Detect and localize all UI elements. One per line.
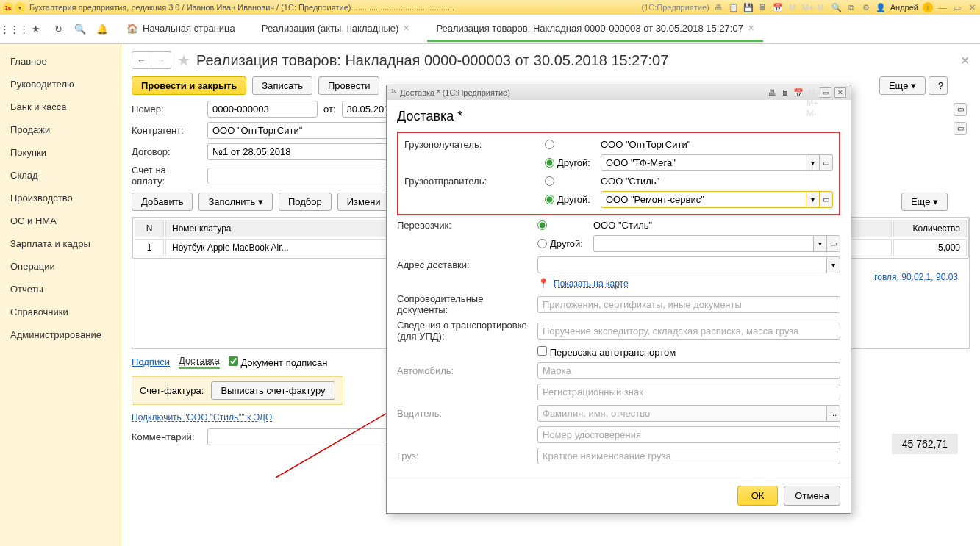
signed-checkbox[interactable] bbox=[229, 356, 238, 366]
m-icon[interactable]: M bbox=[787, 2, 798, 12]
signatures-link[interactable]: Подписи bbox=[132, 356, 170, 367]
pick-button[interactable]: Подбор bbox=[279, 193, 332, 211]
dialog-print-icon[interactable]: 🖶 bbox=[767, 87, 777, 98]
nav-admin[interactable]: Администрирование bbox=[0, 323, 121, 346]
address-input[interactable] bbox=[537, 256, 827, 273]
dialog-titlebar[interactable]: 1c Доставка * (1С:Предприятие) 🖶 🖩 📅 M M… bbox=[387, 85, 851, 100]
nav-assets[interactable]: ОС и НМА bbox=[0, 209, 121, 232]
consignor-default-radio[interactable] bbox=[545, 176, 554, 186]
ok-button[interactable]: ОК bbox=[737, 486, 779, 506]
dialog-calendar-icon[interactable]: 📅 bbox=[793, 87, 804, 98]
transport-info-input[interactable] bbox=[537, 323, 840, 340]
open-ref-icon[interactable]: ▭ bbox=[827, 235, 840, 252]
write-button[interactable]: Записать bbox=[252, 76, 312, 95]
docs-input[interactable] bbox=[537, 296, 840, 313]
dialog-calc-icon[interactable]: 🖩 bbox=[780, 87, 790, 98]
auto-transport-checkbox[interactable] bbox=[537, 346, 547, 356]
document-close-icon[interactable]: ✕ bbox=[960, 54, 970, 68]
calc-icon[interactable]: 🖩 bbox=[758, 2, 768, 12]
show-on-map-link[interactable]: Показать на карте bbox=[554, 279, 629, 289]
nav-sales[interactable]: Продажи bbox=[0, 118, 121, 141]
nav-warehouse[interactable]: Склад bbox=[0, 164, 121, 187]
contragent-input[interactable] bbox=[207, 122, 391, 139]
consignee-default-radio[interactable] bbox=[545, 140, 554, 149]
nav-bank[interactable]: Банк и касса bbox=[0, 96, 121, 118]
dropdown-icon[interactable]: ▾ bbox=[827, 256, 840, 273]
favorite-star-icon[interactable]: ★ bbox=[177, 51, 190, 69]
delivery-link[interactable]: Доставка bbox=[179, 355, 220, 369]
user-name[interactable]: Андрей bbox=[890, 3, 918, 12]
dropdown-icon[interactable]: ▾ bbox=[814, 235, 827, 252]
consignor-other-input[interactable] bbox=[601, 191, 806, 208]
history-icon[interactable]: ↻ bbox=[51, 23, 65, 36]
nav-purchases[interactable]: Покупки bbox=[0, 141, 121, 164]
nav-operations[interactable]: Операции bbox=[0, 255, 121, 278]
dropdown-icon[interactable]: ▾ bbox=[806, 154, 820, 171]
edo-link[interactable]: Подключить "ООО "Стиль"" к ЭДО bbox=[132, 412, 272, 423]
m-minus-icon[interactable]: M- bbox=[817, 2, 827, 12]
accounts-link[interactable]: говля, 90.02.1, 90.03 bbox=[874, 272, 958, 282]
search-icon[interactable]: 🔍 bbox=[74, 23, 87, 36]
issue-invoice-button[interactable]: Выписать счет-фактуру bbox=[211, 381, 335, 400]
tab-close-icon[interactable]: ✕ bbox=[403, 24, 409, 33]
invoice-input[interactable] bbox=[207, 168, 391, 184]
conduct-close-button[interactable]: Провести и закрыть bbox=[132, 76, 246, 95]
window-icon[interactable]: ⧉ bbox=[846, 2, 856, 12]
consignee-other-radio[interactable] bbox=[545, 158, 554, 168]
conduct-button[interactable]: Провести bbox=[318, 76, 380, 95]
auto-transport-checkbox-wrap[interactable]: Перевозка автотранспортом bbox=[537, 346, 676, 358]
nav-manager[interactable]: Руководителю bbox=[0, 73, 121, 96]
open-ref-icon[interactable]: ▭ bbox=[820, 191, 833, 208]
close-app-icon[interactable]: ✕ bbox=[967, 2, 977, 12]
tab-home[interactable]: 🏠 Начальная страница bbox=[118, 17, 244, 42]
tools-icon[interactable]: ⚙ bbox=[861, 2, 871, 12]
tab-close-icon[interactable]: ✕ bbox=[748, 24, 754, 33]
m-plus-icon[interactable]: M+ bbox=[802, 2, 812, 12]
carrier-other-input[interactable] bbox=[593, 235, 814, 252]
consignee-other-input[interactable] bbox=[601, 154, 806, 171]
nav-salary[interactable]: Зарплата и кадры bbox=[0, 232, 121, 255]
open-ref-button-1[interactable]: ▭ bbox=[954, 103, 967, 116]
carrier-other-radio[interactable] bbox=[537, 239, 547, 248]
apps-icon[interactable]: ⋮⋮⋮ bbox=[7, 23, 21, 36]
number-input[interactable] bbox=[207, 101, 318, 118]
tab-realization-list[interactable]: Реализация (акты, накладные) ✕ bbox=[253, 17, 419, 42]
add-row-button[interactable]: Добавить bbox=[132, 193, 193, 211]
search-global-icon[interactable]: 🔍 bbox=[831, 2, 842, 12]
maximize-icon[interactable]: ▭ bbox=[952, 2, 962, 12]
star-icon[interactable]: ★ bbox=[29, 23, 43, 36]
forward-button[interactable]: → bbox=[151, 52, 171, 68]
cancel-button[interactable]: Отмена bbox=[784, 486, 840, 506]
nav-main[interactable]: Главное bbox=[0, 50, 121, 73]
col-qty[interactable]: Количество bbox=[893, 220, 967, 237]
signed-checkbox-wrap[interactable]: Документ подписан bbox=[229, 356, 328, 368]
carrier-default-radio[interactable] bbox=[537, 220, 547, 230]
user-icon[interactable]: 👤 bbox=[876, 2, 886, 12]
save-icon[interactable]: 💾 bbox=[743, 2, 754, 12]
info-icon[interactable]: i bbox=[923, 2, 933, 12]
consignor-other-radio[interactable] bbox=[545, 195, 554, 204]
open-ref-icon[interactable]: ▭ bbox=[820, 154, 833, 171]
dropdown-icon[interactable]: ▾ bbox=[806, 191, 820, 208]
help-button[interactable]: ? bbox=[929, 76, 948, 95]
nav-catalogs[interactable]: Справочники bbox=[0, 301, 121, 323]
app-menu-dropdown-icon[interactable]: ▾ bbox=[15, 2, 25, 12]
col-n[interactable]: N bbox=[135, 220, 164, 237]
nav-reports[interactable]: Отчеты bbox=[0, 278, 121, 301]
print-icon[interactable]: 🖶 bbox=[714, 2, 724, 12]
change-button[interactable]: Измени bbox=[337, 193, 390, 211]
bell-icon[interactable]: 🔔 bbox=[96, 23, 109, 36]
grid-more-button[interactable]: Еще ▾ bbox=[901, 193, 948, 211]
dialog-close-icon[interactable]: ✕ bbox=[834, 87, 846, 98]
clipboard-icon[interactable]: 📋 bbox=[729, 2, 739, 12]
dialog-restore-icon[interactable]: ▭ bbox=[820, 87, 831, 98]
open-ref-button-2[interactable]: ▭ bbox=[954, 122, 967, 135]
minimize-icon[interactable]: — bbox=[937, 2, 948, 12]
back-button[interactable]: ← bbox=[132, 52, 151, 68]
nav-production[interactable]: Производство bbox=[0, 187, 121, 209]
calendar-icon[interactable]: 📅 bbox=[773, 2, 783, 12]
contract-input[interactable] bbox=[207, 143, 391, 160]
fill-button[interactable]: Заполнить ▾ bbox=[198, 193, 272, 211]
more-button[interactable]: Еще ▾ bbox=[879, 76, 926, 95]
comment-input[interactable] bbox=[207, 428, 391, 445]
